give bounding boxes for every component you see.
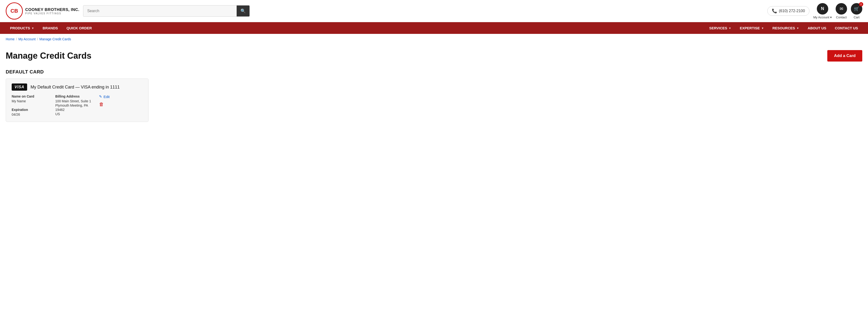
logo-subtitle: PIPE VALVES FITTINGS [25,12,79,15]
page-header: Manage Credit Cards Add a Card [6,50,862,61]
cart-label: Cart [854,16,860,19]
add-card-button[interactable]: Add a Card [827,50,862,61]
nav-left: PRODUCTS ▼ BRANDS QUICK ORDER [6,22,96,34]
nav-brands[interactable]: BRANDS [38,22,62,34]
card-header: VISA My Default Credit Card — VISA endin… [12,83,143,91]
expiration-label: Expiration [12,108,55,112]
name-on-card-label: Name on Card [12,94,55,98]
phone-area[interactable]: 📞 (610) 272-2100 [767,6,809,16]
cart-badge: 0 [859,2,863,6]
nav-services[interactable]: SERVICES ▼ [705,22,735,34]
my-account-button[interactable]: N My Account ▾ [813,3,832,19]
header-actions: 📞 (610) 272-2100 N My Account ▾ ✉ Contac… [767,3,862,19]
nav-contact-us[interactable]: CONTACT US [831,22,862,34]
cart-button[interactable]: 🛒 0 Cart [851,3,862,19]
search-bar: 🔍 [83,5,250,17]
page-content: Manage Credit Cards Add a Card DEFAULT C… [0,44,868,131]
breadcrumb-my-account[interactable]: My Account [18,37,35,41]
name-on-card-value: My Name [12,99,55,103]
nav-right: SERVICES ▼ EXPERTISE ▼ RESOURCES ▼ ABOUT… [705,22,862,34]
nav-resources[interactable]: RESOURCES ▼ [768,22,804,34]
nav-products[interactable]: PRODUCTS ▼ [6,22,38,34]
breadcrumb-home[interactable]: Home [6,37,14,41]
billing-line1: 100 Main Street, Suite 1 [55,99,99,103]
search-button[interactable]: 🔍 [237,5,249,17]
logo-title: COONEY BROTHERS, INC. [25,7,79,12]
nav-quick-order[interactable]: QUICK ORDER [62,22,96,34]
search-input[interactable] [83,6,237,16]
resources-chevron-icon: ▼ [797,27,799,30]
edit-card-button[interactable]: ✎ Edit [99,94,110,99]
card-billing-col: Billing Address 100 Main Street, Suite 1… [55,94,99,116]
phone-number: (610) 272-2100 [779,9,805,13]
site-header: CB COONEY BROTHERS, INC. PIPE VALVES FIT… [0,0,868,22]
search-area: 🔍 [83,5,250,17]
credit-card-container: VISA My Default Credit Card — VISA endin… [6,79,149,122]
page-title: Manage Credit Cards [6,51,91,61]
cart-icon: 🛒 0 [851,3,862,15]
nav-about-us[interactable]: ABOUT US [803,22,830,34]
delete-card-button[interactable]: 🗑 [99,102,104,107]
account-avatar: N [817,3,828,15]
visa-badge: VISA [12,83,27,91]
main-nav: PRODUCTS ▼ BRANDS QUICK ORDER SERVICES ▼… [0,22,868,34]
card-title: My Default Credit Card — VISA ending in … [30,85,120,90]
phone-icon: 📞 [772,8,777,13]
section-label: DEFAULT CARD [6,69,862,75]
breadcrumb-sep-2: / [37,37,38,41]
logo-icon: CB [6,2,23,20]
logo-area[interactable]: CB COONEY BROTHERS, INC. PIPE VALVES FIT… [6,2,79,20]
account-label: My Account ▾ [813,16,832,19]
contact-icon: ✉ [836,3,847,15]
logo-text: COONEY BROTHERS, INC. PIPE VALVES FITTIN… [25,7,79,15]
trash-icon: 🗑 [99,102,104,107]
billing-line2: Plymouth Meeting, PA [55,104,99,107]
contact-button[interactable]: ✉ Contact [836,3,847,19]
card-details: Name on Card My Name Expiration 04/26 Bi… [12,94,143,117]
breadcrumb: Home / My Account / Manage Credit Cards [0,34,868,44]
breadcrumb-sep-1: / [16,37,17,41]
expiration-value: 04/26 [12,113,55,116]
breadcrumb-current: Manage Credit Cards [39,37,71,41]
billing-address-label: Billing Address [55,94,99,98]
nav-expertise[interactable]: EXPERTISE ▼ [735,22,768,34]
billing-line3: 19462 [55,108,99,112]
billing-line4: US [55,112,99,116]
edit-label: Edit [103,95,110,99]
expertise-chevron-icon: ▼ [761,27,764,30]
card-name-col: Name on Card My Name Expiration 04/26 [12,94,55,117]
contact-label: Contact [836,16,847,19]
edit-icon: ✎ [99,94,102,99]
services-chevron-icon: ▼ [729,27,731,30]
card-actions: ✎ Edit 🗑 [99,94,143,107]
products-chevron-icon: ▼ [31,27,34,30]
